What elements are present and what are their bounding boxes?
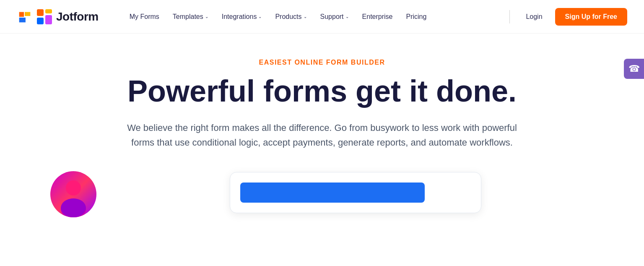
jotform-logo-icon: [17, 9, 33, 25]
nav-links: My Forms Templates ⌄ Integrations ⌄ Prod…: [124, 10, 506, 24]
hero-eyebrow: EASIEST ONLINE FORM BUILDER: [259, 59, 385, 66]
hero-title: Powerful forms get it done.: [127, 75, 517, 108]
nav-divider: [509, 10, 510, 23]
templates-chevron-icon: ⌄: [205, 14, 208, 19]
svg-rect-2: [37, 18, 44, 24]
logo-symbol: [37, 9, 52, 24]
navbar: Jotform My Forms Templates ⌄ Integration…: [0, 0, 644, 34]
hero-section: EASIEST ONLINE FORM BUILDER Powerful for…: [0, 34, 644, 213]
avatar-circle: [50, 171, 96, 217]
logo-text: Jotform: [56, 10, 99, 23]
nav-products[interactable]: Products ⌄: [269, 10, 312, 24]
svg-rect-1: [37, 9, 44, 16]
svg-rect-7: [61, 198, 86, 217]
avatar-widget: [50, 171, 101, 213]
products-chevron-icon: ⌄: [304, 14, 307, 19]
svg-point-5: [66, 180, 81, 196]
support-chevron-icon: ⌄: [345, 14, 349, 19]
integrations-chevron-icon: ⌄: [258, 14, 262, 19]
logo-link[interactable]: Jotform: [17, 9, 99, 25]
nav-enterprise[interactable]: Enterprise: [356, 10, 399, 24]
nav-integrations[interactable]: Integrations ⌄: [216, 10, 268, 24]
accessibility-button[interactable]: ☎: [624, 59, 644, 79]
svg-rect-4: [45, 15, 52, 24]
login-button[interactable]: Login: [520, 10, 548, 24]
nav-support[interactable]: Support ⌄: [314, 10, 355, 24]
form-widget-bar: [240, 183, 425, 203]
nav-my-forms[interactable]: My Forms: [124, 10, 165, 24]
avatar-figure-icon: [52, 175, 94, 217]
signup-button[interactable]: Sign Up for Free: [555, 8, 627, 26]
accessibility-icon: ☎: [628, 63, 640, 74]
svg-rect-3: [45, 9, 52, 13]
form-preview-widget: [230, 172, 481, 213]
nav-pricing[interactable]: Pricing: [400, 10, 432, 24]
nav-templates[interactable]: Templates ⌄: [167, 10, 214, 24]
nav-right: Login Sign Up for Free: [506, 8, 627, 26]
hero-subtitle: We believe the right form makes all the …: [123, 120, 521, 150]
hero-bottom-widgets: [34, 171, 610, 213]
